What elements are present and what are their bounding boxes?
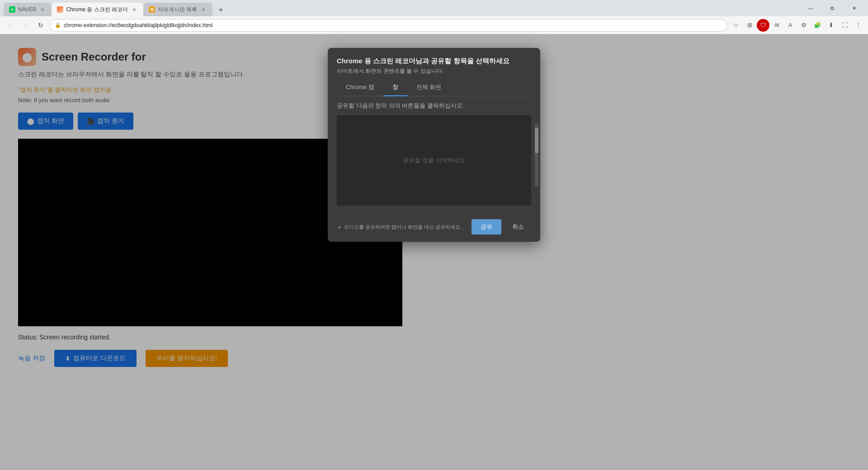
modal-audio-note: 오디오를 공유하려면 탭이나 화면을 대신 공유하세요.: [337, 224, 472, 230]
tab-recorder[interactable]: Chrome 용 스크린 레코더 ✕: [52, 3, 143, 16]
adblock-button[interactable]: 🛡: [757, 19, 769, 32]
extensions-button[interactable]: 🧩: [811, 19, 824, 32]
forward-button[interactable]: →: [19, 19, 32, 32]
close-icon: ✕: [852, 5, 856, 11]
bookmarks-favicon: 책: [149, 6, 155, 13]
back-button[interactable]: ←: [4, 19, 16, 32]
tab-recorder-title: Chrome 용 스크린 레코더: [66, 6, 128, 14]
share-modal: Chrome 용 스크린 레코더님과 공유할 항목을 선택하세요 사이트에서 화…: [328, 48, 540, 242]
modal-actions: 공유 취소: [472, 219, 531, 235]
nav-bar: ← → ↻ 🔒 chrome-extension://eclbecdgdoahk…: [0, 16, 868, 34]
modal-header: Chrome 용 스크린 레코더님과 공유할 항목을 선택하세요 사이트에서 화…: [328, 48, 540, 79]
tab-recorder-close[interactable]: ✕: [131, 6, 138, 13]
settings-button[interactable]: ⚙: [797, 19, 810, 32]
address-bar[interactable]: 🔒 chrome-extension://eclbecdgdoahkliajil…: [50, 19, 727, 32]
window-tab-label: 창: [392, 84, 398, 90]
tab-naver[interactable]: N NAVER ✕: [4, 3, 52, 16]
tab-bar: N NAVER ✕ Chrome 용 스크린 레코더 ✕ 책 자유게시판 목록 …: [4, 0, 797, 16]
window-controls: — ⧉ ✕: [800, 1, 864, 15]
extension-puzzle-button[interactable]: ⊞: [743, 19, 756, 32]
fullscreen-toggle-button[interactable]: ⛶: [838, 19, 851, 32]
audio-note-text: 오디오를 공유하려면 탭이나 화면을 대신 공유하세요.: [344, 224, 462, 230]
modal-tab-chrome[interactable]: Chrome 탭: [337, 79, 383, 96]
naver-favicon: N: [9, 6, 15, 13]
tab-naver-close[interactable]: ✕: [39, 6, 46, 13]
close-button[interactable]: ✕: [844, 1, 864, 15]
mail-button[interactable]: ✉: [770, 19, 783, 32]
refresh-icon: ↻: [38, 22, 43, 29]
maximize-button[interactable]: ⧉: [822, 1, 843, 15]
modal-content-area: 공유할 창을 선택하세요: [337, 115, 531, 206]
nav-actions: ☆ ⊞ 🛡 ✉ A ⚙ 🧩 ⬇ ⛶ ⋮: [730, 19, 864, 32]
page-content: ⬤ Screen Recorder for 스크린 레코더는 브라우저에서 화면…: [0, 34, 868, 470]
modal-subtitle: 사이트에서 화면의 콘텐츠를 볼 수 있습니다.: [337, 67, 531, 75]
modal-tabs: Chrome 탭 창 전체 화면: [337, 79, 531, 96]
modal-tab-fullscreen[interactable]: 전체 화면: [407, 79, 451, 96]
menu-button[interactable]: ⋮: [852, 19, 864, 32]
modal-instruction: 공유할 다음의 창의 의의 버튼들을 클릭하십시오.: [337, 102, 531, 110]
cancel-button[interactable]: 취소: [505, 219, 531, 235]
share-button[interactable]: 공유: [472, 219, 501, 235]
translate-button[interactable]: A: [784, 19, 797, 32]
modal-tab-window[interactable]: 창: [383, 79, 407, 96]
tab-bookmarks-close[interactable]: ✕: [200, 6, 207, 13]
secure-icon: 🔒: [55, 22, 61, 28]
url-text: chrome-extension://eclbecdgdoahkliajilpk…: [64, 22, 722, 28]
modal-footer: 오디오를 공유하려면 탭이나 화면을 대신 공유하세요. 공유 취소: [328, 214, 540, 242]
refresh-button[interactable]: ↻: [34, 19, 47, 32]
download-button[interactable]: ⬇: [825, 19, 837, 32]
browser-window: N NAVER ✕ Chrome 용 스크린 레코더 ✕ 책 자유게시판 목록 …: [0, 0, 868, 470]
minimize-button[interactable]: —: [800, 1, 821, 15]
modal-placeholder: 공유할 창을 선택하세요: [403, 156, 465, 164]
maximize-icon: ⧉: [830, 5, 834, 11]
chrome-tab-label: Chrome 탭: [346, 84, 374, 90]
modal-title: Chrome 용 스크린 레코더님과 공유할 항목을 선택하세요: [337, 57, 531, 66]
modal-scrollbar-thumb: [535, 128, 538, 153]
recorder-favicon: [57, 6, 63, 13]
new-tab-button[interactable]: +: [214, 4, 227, 16]
tab-naver-title: NAVER: [18, 6, 36, 13]
modal-body: 공유할 다음의 창의 의의 버튼들을 클릭하십시오. 공유할 창을 선택하세요: [328, 96, 540, 214]
fullscreen-tab-label: 전체 화면: [416, 84, 442, 90]
minimize-icon: —: [808, 5, 813, 11]
title-bar: N NAVER ✕ Chrome 용 스크린 레코더 ✕ 책 자유게시판 목록 …: [0, 0, 868, 16]
tab-bookmarks[interactable]: 책 자유게시판 목록 ✕: [143, 3, 212, 16]
tab-bookmarks-title: 자유게시판 목록: [158, 6, 197, 14]
bookmark-star-button[interactable]: ☆: [730, 19, 742, 32]
back-icon: ←: [7, 22, 13, 29]
modal-overlay: Chrome 용 스크린 레코더님과 공유할 항목을 선택하세요 사이트에서 화…: [0, 34, 868, 470]
modal-scrollbar[interactable]: [535, 123, 538, 187]
forward-icon: →: [22, 22, 28, 29]
